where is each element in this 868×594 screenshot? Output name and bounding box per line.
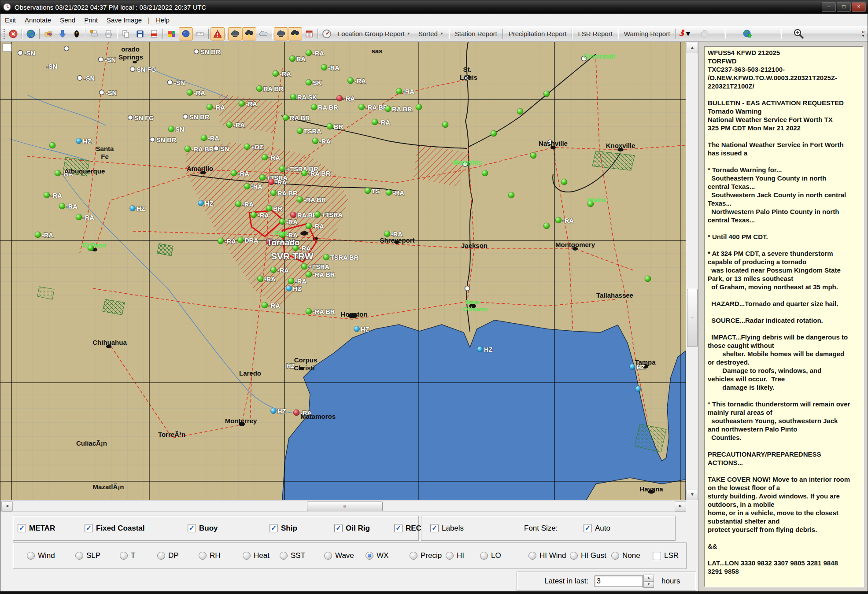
station-dot[interactable]	[311, 104, 317, 110]
toggle-lsr[interactable]: LSR	[653, 551, 679, 560]
station-dot[interactable]	[555, 217, 561, 223]
menu-item-print[interactable]: Print	[80, 15, 102, 25]
station-dot[interactable]	[226, 122, 233, 128]
station-dot[interactable]	[266, 205, 272, 211]
station-dot[interactable]	[231, 170, 237, 176]
menu-item-annotate[interactable]: Annotate	[20, 15, 55, 25]
radio-button[interactable]	[410, 552, 417, 560]
station-dot[interactable]	[283, 114, 289, 121]
option-lo[interactable]: LO	[480, 551, 501, 560]
menu-item-save-image[interactable]: Save Image	[102, 15, 146, 25]
station-dot[interactable]	[491, 130, 497, 137]
weather-map[interactable]: -SN-SN-SNSN FG-SN-SNSN FGSN BRSN BRSN BR…	[0, 42, 686, 500]
option-wx[interactable]: WX	[366, 551, 388, 560]
save-pdf-button[interactable]	[147, 27, 161, 41]
station-circle[interactable]	[150, 137, 155, 142]
station-circle[interactable]	[99, 57, 103, 62]
toggle-metar[interactable]: ✓METAR	[18, 524, 55, 533]
station-dot[interactable]	[237, 237, 244, 243]
toggle-buoy[interactable]: ✓Buoy	[188, 524, 218, 533]
warning-report-button[interactable]: Warning Report	[620, 28, 674, 39]
radio-button[interactable]	[157, 552, 165, 560]
radio-button[interactable]	[75, 552, 83, 560]
scroll-up-arrow[interactable]: ▲	[687, 43, 698, 53]
station-dot[interactable]	[543, 91, 550, 97]
station-dot[interactable]	[187, 89, 193, 96]
radio-button[interactable]	[27, 552, 35, 560]
option-wind[interactable]: Wind	[27, 551, 55, 560]
station-dot[interactable]	[288, 278, 294, 284]
toggle-ship[interactable]: ✓Ship	[270, 524, 297, 533]
station-dot[interactable]	[251, 212, 257, 218]
station-dot[interactable]	[239, 100, 245, 107]
scroll-down-arrow[interactable]: ▼	[687, 490, 698, 500]
radio-button[interactable]	[570, 552, 578, 560]
radio-button[interactable]	[446, 552, 454, 560]
station-dot[interactable]	[306, 50, 312, 56]
globe-button[interactable]	[24, 27, 38, 41]
storm-cloud-button[interactable]	[228, 27, 242, 41]
option-hi-gust[interactable]: HI Gust	[570, 551, 606, 560]
station-circle[interactable]	[183, 114, 188, 119]
station-dot[interactable]	[365, 188, 371, 194]
station-dot[interactable]	[297, 196, 303, 203]
station-dot[interactable]	[286, 286, 292, 291]
station-dot[interactable]	[416, 104, 422, 110]
cloud-report-button[interactable]	[274, 27, 288, 41]
station-dot[interactable]	[347, 77, 354, 84]
station-dot[interactable]	[372, 119, 378, 125]
map-vertical-scrollbar[interactable]: ▲ ≡ ▼	[686, 42, 698, 500]
toggle-oil-rig[interactable]: ✓Oil Rig	[334, 524, 370, 533]
station-dot[interactable]	[306, 223, 312, 229]
station-dot[interactable]	[244, 183, 250, 189]
station-dot[interactable]	[482, 170, 488, 176]
station-circle[interactable]	[128, 115, 133, 120]
station-dot[interactable]	[76, 138, 82, 144]
station-circle[interactable]	[18, 51, 23, 55]
station-dot[interactable]	[327, 123, 333, 129]
checkbox[interactable]: ✓	[270, 524, 278, 532]
checkbox[interactable]: ✓	[334, 524, 343, 532]
station-dot[interactable]	[301, 170, 307, 176]
horizontal-scroll-handle[interactable]: ≡	[307, 502, 383, 511]
station-dot[interactable]	[321, 64, 327, 70]
station-dot[interactable]	[235, 201, 241, 207]
station-dot[interactable]	[561, 179, 567, 185]
station-dot[interactable]	[385, 106, 391, 112]
download-button[interactable]	[55, 27, 70, 41]
cloud-lightning2-button[interactable]	[288, 27, 302, 41]
station-circle[interactable]	[78, 76, 82, 81]
option-none[interactable]: None	[611, 551, 640, 560]
station-dot[interactable]	[301, 263, 307, 269]
option-t[interactable]: T	[120, 551, 135, 560]
station-dot[interactable]	[306, 271, 312, 277]
station-dot[interactable]	[218, 238, 224, 244]
radio-button[interactable]	[324, 552, 332, 560]
station-dot[interactable]	[59, 203, 65, 209]
calendar-button[interactable]	[302, 27, 316, 41]
hours-spinner[interactable]: ▲▼	[643, 575, 654, 588]
station-dot[interactable]	[477, 347, 483, 352]
station-dot[interactable]	[271, 408, 277, 414]
bulletin-frame[interactable]: WFUS54 KFWD 212025 TORFWD TXC237-363-503…	[704, 46, 864, 587]
station-dot[interactable]	[396, 88, 402, 94]
station-dot[interactable]	[55, 170, 61, 176]
map-horizontal-scrollbar[interactable]: ◄ ≡ ►	[0, 500, 686, 512]
station-dot[interactable]	[244, 144, 250, 150]
station-circle[interactable]	[194, 49, 199, 54]
station-dot[interactable]	[35, 232, 41, 238]
menu-item-exit[interactable]: Exit	[0, 15, 20, 25]
cloud-outline-button[interactable]	[256, 27, 270, 41]
radio-button[interactable]	[528, 552, 536, 560]
option-rh[interactable]: RH	[199, 551, 221, 560]
radio-button[interactable]	[280, 552, 288, 560]
toggle-font-auto[interactable]: ✓Auto	[584, 524, 610, 533]
checkbox[interactable]: ✓	[430, 524, 439, 532]
station-circle[interactable]	[130, 67, 135, 72]
maximize-button[interactable]: □	[837, 2, 851, 12]
station-circle[interactable]	[100, 90, 104, 95]
zoom-button[interactable]	[792, 27, 806, 41]
storm-lightning-button[interactable]	[242, 27, 256, 41]
export-button[interactable]	[41, 27, 55, 41]
vertical-scroll-handle[interactable]: ≡	[687, 289, 698, 347]
